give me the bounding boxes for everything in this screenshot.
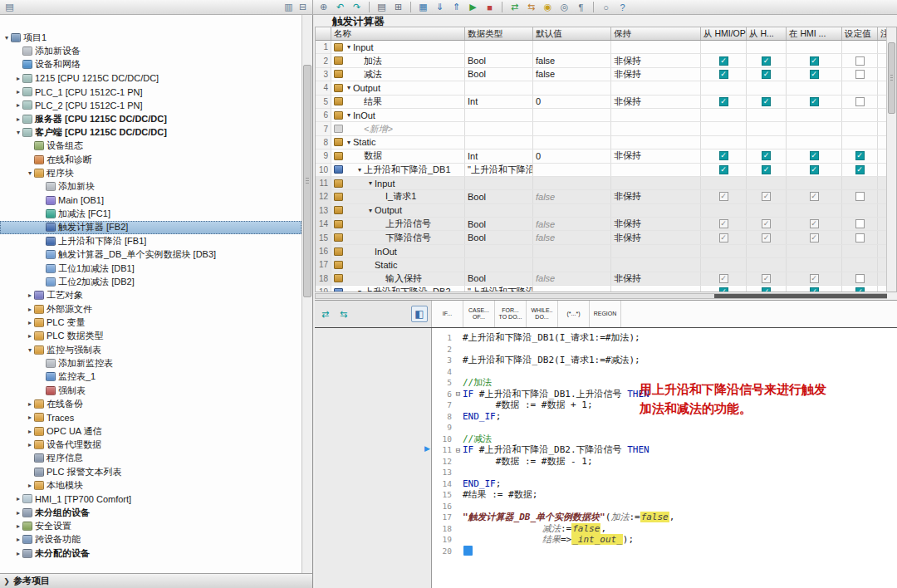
- go-online-icon[interactable]: ⇄: [507, 1, 522, 13]
- tree-item[interactable]: 工位1加减法 [DB1]: [0, 262, 301, 275]
- expander-icon[interactable]: ▸: [26, 319, 34, 326]
- datatype-cell[interactable]: [465, 122, 533, 135]
- comment-cell[interactable]: [878, 109, 886, 121]
- datatype-cell[interactable]: [465, 41, 533, 53]
- expand-networks-icon[interactable]: ⇄: [318, 308, 332, 321]
- name-cell[interactable]: ▾Input: [331, 41, 465, 53]
- retain-cell[interactable]: [611, 122, 701, 135]
- retain-cell[interactable]: 非保持: [611, 68, 701, 81]
- tree-item[interactable]: 在线和诊断: [0, 153, 301, 166]
- name-cell[interactable]: ▾上升沿和下降沿_DB1: [331, 164, 465, 176]
- accessible-from-hmi-checkbox[interactable]: ✓: [719, 97, 728, 106]
- datatype-cell[interactable]: Bool: [465, 231, 533, 243]
- table-vertical-scrollbar[interactable]: [886, 27, 896, 292]
- name-cell[interactable]: ▾Static: [331, 136, 465, 149]
- column-header[interactable]: 从 H...: [747, 27, 787, 40]
- comment-cell[interactable]: [878, 122, 886, 135]
- retain-cell[interactable]: [611, 136, 701, 149]
- row-expander-icon[interactable]: ▾: [345, 111, 353, 119]
- monitor-icon[interactable]: ◉: [541, 1, 555, 13]
- datatype-cell[interactable]: Bool: [465, 272, 533, 285]
- setpoint-checkbox[interactable]: ✓: [855, 151, 865, 160]
- tree-item[interactable]: ▸PLC 变量: [0, 316, 301, 329]
- table-row[interactable]: 11▾Input: [316, 177, 886, 190]
- cross-reference-icon[interactable]: ¶: [574, 1, 588, 13]
- code-area[interactable]: 用上升沿和下降沿信号来进行触发 加法和减法的功能。 1#上升沿和下降沿_DB1(…: [432, 328, 897, 588]
- tree-scrollbar[interactable]: [301, 15, 312, 573]
- table-row[interactable]: 5结果Int0非保持✓✓✓: [316, 96, 886, 109]
- expander-icon[interactable]: ▸: [26, 441, 34, 448]
- datatype-cell[interactable]: Int: [465, 96, 533, 108]
- bookmark-marker-icon[interactable]: ▶: [424, 444, 430, 453]
- name-cell[interactable]: ▾Output: [331, 81, 465, 94]
- comment-cell[interactable]: [878, 258, 886, 271]
- writable-from-hmi-checkbox[interactable]: ✓: [762, 233, 771, 243]
- accessible-from-hmi-checkbox[interactable]: ✓: [719, 192, 728, 201]
- snapshot-icon[interactable]: ◎: [557, 1, 571, 13]
- comment-cell[interactable]: [878, 245, 886, 257]
- name-cell[interactable]: ▾Output: [331, 204, 465, 217]
- table-row[interactable]: 10▾上升沿和下降沿_DB1"上升沿和下降沿"✓✓✓✓: [316, 164, 886, 177]
- name-cell[interactable]: 结果: [331, 96, 465, 108]
- tree-item[interactable]: ▸1215 [CPU 1215C DC/DC/DC]: [0, 71, 301, 85]
- expander-icon[interactable]: ▸: [26, 428, 34, 435]
- jump-forward-icon[interactable]: ↷: [350, 1, 364, 13]
- default-value-cell[interactable]: false: [533, 231, 611, 243]
- default-value-cell[interactable]: false: [533, 218, 611, 230]
- setpoint-checkbox[interactable]: [855, 70, 865, 79]
- code-line[interactable]: 13: [432, 467, 897, 478]
- comment-cell[interactable]: [878, 136, 886, 149]
- name-cell[interactable]: 上升沿信号: [331, 218, 465, 230]
- tree-item[interactable]: 加减法 [FC1]: [0, 207, 301, 220]
- setpoint-checkbox[interactable]: ✓: [855, 165, 865, 174]
- retain-cell[interactable]: 非保持: [611, 272, 701, 285]
- snippet-if[interactable]: IF...: [432, 301, 463, 327]
- comment-cell[interactable]: [878, 81, 886, 94]
- tree-item[interactable]: ▾监控与强制表: [0, 343, 301, 356]
- table-row[interactable]: 1▾Input: [316, 41, 886, 54]
- reference-projects-bar[interactable]: ❯ 参考项目: [0, 573, 313, 588]
- accessible-from-hmi-checkbox[interactable]: ✓: [719, 274, 728, 283]
- expander-icon[interactable]: ▾: [26, 346, 34, 354]
- tree-item[interactable]: 添加新设备: [0, 44, 301, 57]
- code-line[interactable]: 4: [432, 366, 897, 378]
- expander-icon[interactable]: ▸: [14, 101, 22, 109]
- column-header[interactable]: 默认值: [533, 27, 611, 40]
- name-cell[interactable]: 减法: [331, 68, 465, 81]
- default-value-cell[interactable]: [533, 136, 611, 149]
- expander-icon[interactable]: ▸: [26, 482, 34, 489]
- row-expander-icon[interactable]: ▾: [355, 288, 364, 292]
- table-row[interactable]: 18输入保持Boolfalse非保持✓✓✓: [316, 272, 886, 286]
- name-cell[interactable]: 数据: [331, 149, 465, 162]
- writable-from-hmi-checkbox[interactable]: ✓: [762, 151, 771, 160]
- comment-cell[interactable]: [878, 164, 886, 176]
- datatype-cell[interactable]: [465, 109, 533, 121]
- name-cell[interactable]: InOut: [331, 245, 465, 257]
- comment-cell[interactable]: [878, 286, 886, 292]
- expander-icon[interactable]: ▾: [26, 169, 34, 177]
- tree-item[interactable]: ▸未分配的设备: [0, 546, 301, 560]
- default-value-cell[interactable]: false: [533, 272, 611, 285]
- tree-item[interactable]: ▸OPC UA 通信: [0, 424, 301, 438]
- default-value-cell[interactable]: [533, 204, 611, 217]
- comment-cell[interactable]: [878, 190, 886, 203]
- expander-icon[interactable]: ▸: [26, 400, 34, 408]
- row-expander-icon[interactable]: ▾: [355, 166, 364, 174]
- tree-item[interactable]: ▸跨设备功能: [0, 533, 301, 546]
- comment-cell[interactable]: [878, 68, 886, 81]
- comment-cell[interactable]: [878, 204, 886, 217]
- default-value-cell[interactable]: 0: [533, 149, 611, 162]
- name-cell[interactable]: ▾InOut: [331, 109, 465, 121]
- column-header[interactable]: 在 HMI ...: [787, 27, 842, 40]
- code-line[interactable]: 20: [432, 546, 897, 557]
- comment-cell[interactable]: [878, 177, 886, 189]
- tree-item[interactable]: 触发计算器 [FB2]: [0, 221, 301, 234]
- comment-cell[interactable]: [878, 54, 886, 66]
- tree-item[interactable]: ▾程序块: [0, 166, 301, 179]
- upload-from-device-icon[interactable]: ⇑: [449, 1, 463, 13]
- retain-cell[interactable]: 非保持: [611, 54, 701, 66]
- expander-icon[interactable]: ▸: [14, 509, 22, 517]
- column-settings-icon[interactable]: ▥: [282, 1, 296, 13]
- retain-cell[interactable]: 非保持: [611, 149, 701, 162]
- row-expander-icon[interactable]: ▾: [345, 43, 353, 51]
